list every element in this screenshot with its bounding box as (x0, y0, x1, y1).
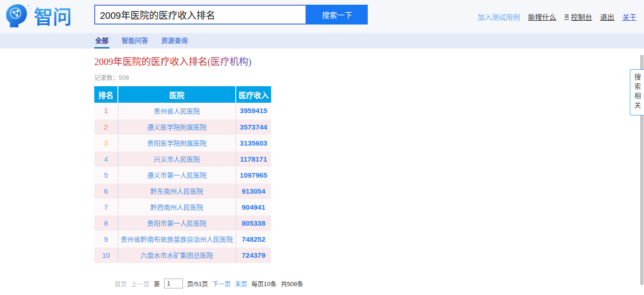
hospital-link[interactable]: 贵阳医学院附属医院 (118, 135, 236, 151)
page-first[interactable]: 首页 (115, 279, 127, 288)
income-cell: 724379 (236, 247, 271, 263)
table-row: 1 贵州省人民医院 3959415 (94, 103, 271, 119)
header-income: 医疗收入 (236, 86, 271, 103)
header-rank: 排名 (94, 86, 118, 103)
table-row: 4 兴义市人民医院 1178171 (94, 151, 271, 167)
table-row: 6 黔东南州人民医院 913054 (94, 183, 271, 199)
income-cell: 748252 (236, 231, 271, 247)
header-nav: 加入测试用例 能搜什么 ≡ 控制台 退出 关于 (478, 0, 636, 33)
rank-cell: 1 (94, 103, 118, 119)
nav-console-label: 控制台 (571, 12, 592, 22)
hospital-link[interactable]: 黔西南州人民医院 (118, 199, 236, 215)
page-next[interactable]: 下一页 (212, 279, 231, 288)
record-count-label: 记录数： (94, 74, 119, 81)
pagination: 首页 上一页 第 页/51页 下一页 末页 每页10条 共508条 (115, 279, 644, 288)
table-row: 5 遵义市第一人民医院 1097965 (94, 167, 271, 183)
search-related-label: 搜索相关 (631, 74, 644, 111)
rank-cell: 3 (94, 135, 118, 151)
ranking-table: 排名 医院 医疗收入 1 贵州省人民医院 3959415 2 遵义医学院附属医院… (94, 86, 271, 263)
table-row: 2 遵义医学院附属医院 3573744 (94, 119, 271, 135)
logo-text: 智问 (34, 7, 72, 27)
head-profile-icon (6, 4, 31, 27)
income-cell: 904941 (236, 199, 271, 215)
page-last[interactable]: 末页 (235, 279, 247, 288)
hamburger-icon: ≡ (564, 12, 569, 21)
table-row: 7 黔西南州人民医院 904941 (94, 199, 271, 215)
page: 智问 搜索一下 加入测试用例 能搜什么 ≡ 控制台 退出 关于 全部 智能问答 … (0, 0, 644, 295)
result-title-main: 2009年医院的医疗收入排名 (94, 57, 207, 67)
income-cell: 1097965 (236, 167, 271, 183)
rank-cell: 8 (94, 215, 118, 231)
result-title: 2009年医院的医疗收入排名(医疗机构) (94, 54, 644, 68)
income-cell: 805338 (236, 215, 271, 231)
result-title-suffix: (医疗机构) (207, 57, 251, 67)
per-page-label: 每页10条 (251, 279, 276, 288)
table-header-row: 排名 医院 医疗收入 (94, 86, 271, 103)
hospital-link[interactable]: 贵州省人民医院 (118, 103, 236, 119)
total-count-label: 共508条 (281, 279, 304, 288)
table-row: 9 贵州省黔南布依族苗族自治州人民医院 748252 (94, 231, 271, 247)
hospital-link[interactable]: 遵义医学院附属医院 (118, 119, 236, 135)
hospital-link[interactable]: 六盘水市水矿集团总医院 (118, 247, 236, 263)
header-bar: 智问 搜索一下 加入测试用例 能搜什么 ≡ 控制台 退出 关于 (0, 0, 644, 33)
page-number-input[interactable] (164, 279, 183, 288)
tab-all[interactable]: 全部 (94, 33, 109, 49)
table-row: 3 贵阳医学院附属医院 3135603 (94, 135, 271, 151)
page-total-label: 页/51页 (187, 279, 208, 288)
rank-cell: 5 (94, 167, 118, 183)
nav-about[interactable]: 关于 (622, 12, 636, 22)
hospital-link[interactable]: 遵义市第一人民医院 (118, 167, 236, 183)
income-cell: 1178171 (236, 151, 271, 167)
nav-logout[interactable]: 退出 (600, 12, 614, 22)
header-hospital: 医院 (118, 86, 236, 103)
rank-cell: 2 (94, 119, 118, 135)
hospital-link[interactable]: 贵阳市第一人民医院 (118, 215, 236, 231)
record-count-value: 508 (119, 74, 129, 81)
income-cell: 3573744 (236, 119, 271, 135)
page-prefix-label: 第 (154, 279, 160, 288)
record-count: 记录数：508 (94, 73, 644, 82)
hospital-link[interactable]: 贵州省黔南布依族苗族自治州人民医院 (118, 231, 236, 247)
result-tabbar: 全部 智能问答 资源查询 (0, 33, 644, 49)
rank-cell: 6 (94, 183, 118, 199)
table-row: 8 贵阳市第一人民医院 805338 (94, 215, 271, 231)
rank-cell: 10 (94, 247, 118, 263)
rank-cell: 7 (94, 199, 118, 215)
income-cell: 3959415 (236, 103, 271, 119)
page-prev[interactable]: 上一页 (131, 279, 149, 288)
search-button[interactable]: 搜索一下 (306, 5, 368, 25)
tab-resource-query[interactable]: 资源查询 (160, 33, 189, 49)
nav-join-test-case[interactable]: 加入测试用例 (478, 12, 520, 22)
rank-cell: 4 (94, 151, 118, 167)
nav-what-can-search[interactable]: 能搜什么 (528, 12, 556, 22)
income-cell: 913054 (236, 183, 271, 199)
hospital-link[interactable]: 黔东南州人民医院 (118, 183, 236, 199)
tab-smart-qa[interactable]: 智能问答 (121, 33, 149, 49)
table-row: 10 六盘水市水矿集团总医院 724379 (94, 247, 271, 263)
search-input[interactable] (94, 5, 306, 25)
search-related-panel[interactable]: 搜索相关 (630, 69, 644, 115)
income-cell: 3135603 (236, 135, 271, 151)
rank-cell: 9 (94, 231, 118, 247)
hospital-link[interactable]: 兴义市人民医院 (118, 151, 236, 167)
zhiwen-logo[interactable]: 智问 (4, 3, 84, 30)
nav-console[interactable]: ≡ 控制台 (564, 12, 592, 22)
